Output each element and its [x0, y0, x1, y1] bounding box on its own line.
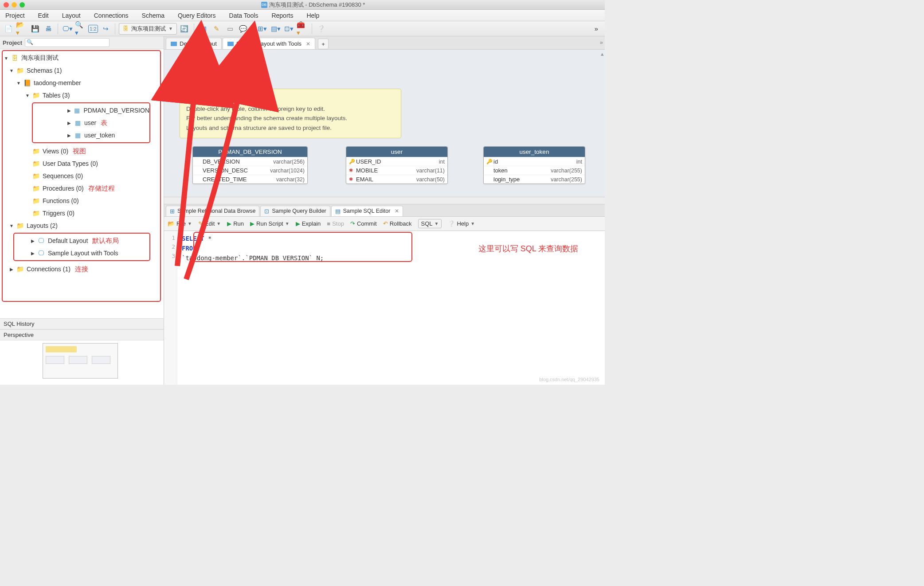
tree-trig[interactable]: ▶📁 Triggers (0) [0, 207, 164, 219]
close-icon[interactable]: ✕ [306, 41, 310, 47]
perspective-minimap[interactable] [0, 340, 164, 385]
sql-stop-button[interactable]: ■Stop [327, 220, 344, 227]
sql-editor[interactable]: 123 SELECT * FROM `taodong-member`.`PDMA… [164, 231, 605, 385]
close-icon[interactable]: ✕ [395, 208, 399, 214]
overflow-icon[interactable]: » [600, 39, 603, 46]
minimize-window-button[interactable] [12, 2, 17, 8]
menu-layout[interactable]: Layout [62, 12, 81, 19]
tab-query-builder[interactable]: ⊡ Sample Query Builder [260, 206, 330, 216]
bottom-tabs: ⊞ Sample Relational Data Browse ⊡ Sample… [164, 204, 605, 217]
watermark: blog.csdn.net/qq_29042935 [539, 377, 599, 382]
layout-tabs: Default Layout Sample Layout with Tools … [164, 36, 605, 50]
hint-callout: This is a simple layout with tools. Doub… [180, 89, 401, 138]
builder-icon: ⊡ [264, 208, 269, 215]
menu-help[interactable]: Help [306, 12, 319, 19]
tree-udt[interactable]: ▶📁 User Data Types (0) [0, 157, 164, 170]
tools-icon[interactable]: 🧰▾ [297, 23, 308, 35]
tree-views[interactable]: ▶📁 Views (0) 视图 [0, 145, 164, 157]
add-layout-button[interactable]: + [318, 39, 329, 49]
code-area[interactable]: SELECT * FROM `taodong-member`.`PDMAN_DB… [177, 231, 605, 385]
tree-tables[interactable]: ▼📁 Tables (3) [0, 89, 164, 102]
tree-layout-sample[interactable]: ▶🖵 Sample Layout with Tools [14, 247, 149, 259]
tree-root[interactable]: ▼🗄 淘东项目测试 [0, 52, 164, 64]
open-icon[interactable]: 📂▾ [16, 23, 27, 35]
menu-schema[interactable]: Schema [142, 12, 164, 19]
menu-query-editors[interactable]: Query Editors [178, 12, 216, 19]
table-header: PDMAN_DB_VERSION [193, 147, 307, 157]
query-builder-icon[interactable]: ⊡▾ [283, 23, 295, 35]
titlebar: DB 淘东项目测试 - DbSchema #190830 * [0, 0, 605, 10]
new-icon[interactable]: 📄 [3, 23, 14, 35]
monitor-icon[interactable]: 🖵▾ [62, 23, 73, 35]
sql-edit-menu[interactable]: ✎Edit▼ [198, 220, 221, 227]
anno-layout: 默认布局 [92, 237, 119, 245]
tab-sql-editor[interactable]: ▤ Sample SQL Editor ✕ [331, 206, 403, 216]
toolbar: 📄 📂▾ 💾 🖶 🖵▾ 🔍▾ 1:2 ↪ 🗄 淘东项目测试 ▼ 🔄 ▦ ✎ ▭ … [0, 21, 605, 36]
note-icon[interactable]: ▭ [224, 23, 236, 35]
overflow-icon[interactable]: » [591, 23, 602, 35]
chevron-up-icon[interactable]: ▴ [601, 51, 604, 57]
content-area: Default Layout Sample Layout with Tools … [164, 36, 605, 385]
table-new-icon[interactable]: ▦ [198, 23, 209, 35]
project-search-input[interactable] [25, 38, 110, 47]
diagram-canvas[interactable]: This is a simple layout with tools. Doub… [164, 50, 605, 204]
table-header: user_token [484, 147, 585, 157]
layout-icon [227, 42, 234, 46]
menu-reports[interactable]: Reports [271, 12, 293, 19]
anno-proc: 存储过程 [88, 184, 115, 193]
sidebar-title: Project [3, 39, 22, 46]
help-icon[interactable]: ❔ [316, 23, 327, 35]
table-usertoken[interactable]: user_token 🔑idint tokenvarchar(255) logi… [483, 146, 585, 184]
perspective-section[interactable]: Perspective [0, 329, 164, 340]
tree-seq[interactable]: ▶📁 Sequences (0) [0, 170, 164, 182]
zoom-icon[interactable]: 🔍▾ [75, 23, 86, 35]
print-icon[interactable]: 🖶 [43, 23, 54, 35]
grid-size-icon[interactable]: 1:2 [88, 25, 98, 33]
tab-data-browse[interactable]: ⊞ Sample Relational Data Browse [166, 206, 259, 216]
line-gutter: 123 [164, 231, 177, 385]
tree-table-usertoken[interactable]: ▶▦ user_token [33, 129, 149, 141]
tree-connections[interactable]: ▶📁 Connections (1) 连接 [0, 263, 164, 275]
refresh-icon[interactable]: 🔄 [179, 23, 190, 35]
tree-schemas[interactable]: ▼📁 Schemas (1) [0, 64, 164, 77]
tree-table-pdman[interactable]: ▶▦ PDMAN_DB_VERSION [33, 104, 149, 117]
sql-runscript-button[interactable]: ▶Run Script▼ [250, 220, 290, 227]
anno-tables: 表 [101, 119, 107, 127]
tree-func[interactable]: ▶📁 Functions (0) [0, 195, 164, 207]
sql-run-button[interactable]: ▶Run [227, 220, 244, 227]
tree-table-user[interactable]: ▶▦ user 表 [33, 117, 149, 129]
tab-sample-layout[interactable]: Sample Layout with Tools ✕ [223, 38, 315, 49]
menu-edit[interactable]: Edit [38, 12, 49, 19]
sql-editor-icon[interactable]: ▤▾ [270, 23, 282, 35]
sql-commit-button[interactable]: ↷Commit [350, 220, 377, 227]
menu-data-tools[interactable]: Data Tools [229, 12, 258, 19]
sql-explain-button[interactable]: ▶Explain [296, 220, 321, 227]
close-window-button[interactable] [4, 2, 9, 8]
tree-proc[interactable]: ▶📁 Procedures (0) 存储过程 [0, 182, 164, 195]
tree-layout-default[interactable]: ▶🖵 Default Layout 默认布局 [14, 234, 149, 247]
menu-project[interactable]: Project [5, 12, 25, 19]
tree-schema-taodong[interactable]: ▼📙 taodong-member [0, 77, 164, 89]
sql-mode-selector[interactable]: SQL▼ [418, 219, 442, 228]
save-icon[interactable]: 💾 [29, 23, 41, 35]
sql-history-section[interactable]: SQL History [0, 318, 164, 329]
data-browse-icon[interactable]: ⊞▾ [257, 23, 268, 35]
edit-pencil-icon[interactable]: ✎ [211, 23, 223, 35]
table-pdman[interactable]: PDMAN_DB_VERSION DB_VERSIONvarchar(256) … [192, 146, 308, 184]
maximize-window-button[interactable] [20, 2, 25, 8]
tab-default-layout[interactable]: Default Layout [166, 38, 222, 49]
comment-icon[interactable]: 💬 [238, 23, 249, 35]
sql-file-menu[interactable]: 📂File▼ [168, 220, 192, 227]
window-title: DB 淘东项目测试 - DbSchema #190830 * [25, 1, 601, 9]
sidebar: Project 🔍 ▼🗄 淘东项目测试 ▼📁 Schemas (1) ▼ [0, 36, 164, 385]
menu-connections[interactable]: Connections [94, 12, 129, 19]
anno-conn: 连接 [75, 265, 88, 273]
sql-rollback-button[interactable]: ↶Rollback [383, 220, 412, 227]
search-icon: 🔍 [27, 39, 33, 45]
sql-help-menu[interactable]: ❔Help▼ [448, 220, 475, 227]
layout-icon [171, 42, 177, 46]
tree-layouts[interactable]: ▼📁 Layouts (2) [0, 219, 164, 232]
project-selector[interactable]: 🗄 淘东项目测试 ▼ [119, 23, 177, 35]
sync-icon[interactable]: ↪ [100, 23, 111, 35]
table-user[interactable]: user 🔑USER_IDint ✱MOBILEvarchar(11) ✱EMA… [346, 146, 448, 184]
